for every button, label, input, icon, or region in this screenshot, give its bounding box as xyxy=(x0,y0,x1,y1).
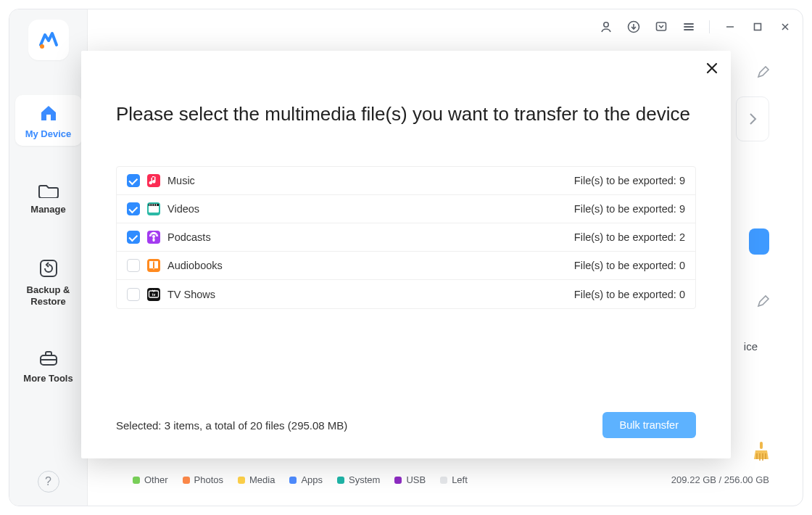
svg-point-0 xyxy=(40,44,44,49)
book-icon xyxy=(147,259,160,272)
legend-label: Media xyxy=(249,474,275,485)
sidebar-item-my-device[interactable]: My Device xyxy=(15,95,82,146)
backup-icon xyxy=(38,258,59,279)
checkbox[interactable] xyxy=(127,202,140,215)
svg-rect-9 xyxy=(755,24,761,30)
feedback-icon[interactable] xyxy=(651,17,671,37)
svg-rect-22 xyxy=(147,259,160,272)
cleanup-button[interactable] xyxy=(752,440,771,462)
legend-item: Media xyxy=(238,474,275,485)
legend-label: Photos xyxy=(194,474,223,485)
legend-item: System xyxy=(337,474,380,485)
svg-rect-18 xyxy=(156,205,157,206)
video-icon xyxy=(147,202,160,215)
selection-summary: Selected: 3 items, a total of 20 files (… xyxy=(116,419,347,432)
storage-capacity: 209.22 GB / 256.00 GB xyxy=(671,474,769,485)
legend-item: Other xyxy=(133,474,168,485)
podcast-icon xyxy=(147,231,160,244)
music-icon xyxy=(147,174,160,187)
checkbox[interactable] xyxy=(127,231,140,244)
sidebar-item-label: Manage xyxy=(30,204,65,215)
export-count: File(s) to be exported: 9 xyxy=(574,203,685,215)
legend-label: System xyxy=(349,474,380,485)
media-row-videos: VideosFile(s) to be exported: 9 xyxy=(117,195,695,223)
edit-icon[interactable] xyxy=(756,65,771,79)
chevron-right-icon xyxy=(748,112,757,125)
sidebar-item-more-tools[interactable]: More Tools xyxy=(15,341,82,390)
export-count: File(s) to be exported: 9 xyxy=(574,175,685,186)
tv-icon: tv xyxy=(147,288,160,301)
legend-swatch xyxy=(440,477,447,484)
svg-rect-13 xyxy=(149,205,159,213)
legend-label: Apps xyxy=(301,474,323,485)
close-window-button[interactable] xyxy=(775,17,795,37)
legend-swatch xyxy=(133,477,140,484)
media-row-audiobooks: AudiobooksFile(s) to be exported: 0 xyxy=(117,252,695,280)
help-button[interactable]: ? xyxy=(9,471,87,493)
svg-text:tv: tv xyxy=(152,292,156,296)
media-name: Podcasts xyxy=(167,231,574,243)
legend-swatch xyxy=(394,477,402,484)
legend-label: USB xyxy=(406,474,426,485)
svg-rect-15 xyxy=(149,205,151,206)
storage-footer: OtherPhotosMediaAppsSystemUSBLeft 209.22… xyxy=(133,474,769,485)
app-logo xyxy=(28,20,69,60)
modal-footer: Selected: 3 items, a total of 20 files (… xyxy=(116,412,696,438)
export-count: File(s) to be exported: 0 xyxy=(574,289,685,300)
export-count: File(s) to be exported: 0 xyxy=(574,260,685,271)
media-name: Videos xyxy=(167,203,574,215)
maximize-button[interactable] xyxy=(747,17,768,37)
menu-icon[interactable] xyxy=(679,17,699,37)
sidebar-item-backup-restore[interactable]: Backup & Restore xyxy=(15,250,82,314)
sidebar-item-label: Backup & Restore xyxy=(15,284,82,308)
toolbox-icon xyxy=(38,350,59,367)
media-row-podcasts: PodcastsFile(s) to be exported: 2 xyxy=(117,223,695,252)
legend-swatch xyxy=(289,477,297,484)
legend-label: Left xyxy=(452,474,468,485)
close-icon xyxy=(705,62,718,75)
help-icon: ? xyxy=(38,471,59,493)
svg-rect-1 xyxy=(46,115,51,120)
export-count: File(s) to be exported: 2 xyxy=(574,231,685,243)
media-name: TV Shows xyxy=(167,289,574,300)
legend-swatch xyxy=(238,477,245,484)
legend-item: Photos xyxy=(183,474,223,485)
modal-title: Please select the multimedia file(s) you… xyxy=(81,51,731,125)
background-text-fragment: ice xyxy=(744,340,758,353)
sidebar-item-manage[interactable]: Manage xyxy=(15,173,82,221)
sidebar: My Device Manage Backup & Restore xyxy=(9,9,88,506)
checkbox[interactable] xyxy=(127,288,140,301)
brush-icon xyxy=(752,440,771,462)
svg-rect-21 xyxy=(153,238,155,242)
sidebar-item-label: My Device xyxy=(25,128,72,140)
media-name: Music xyxy=(167,175,574,186)
svg-rect-10 xyxy=(760,442,763,449)
device-card-next[interactable] xyxy=(736,96,769,141)
storage-legend: OtherPhotosMediaAppsSystemUSBLeft xyxy=(133,474,468,485)
svg-point-5 xyxy=(604,22,608,27)
legend-item: USB xyxy=(394,474,426,485)
legend-label: Other xyxy=(144,474,168,485)
topbar xyxy=(88,9,803,44)
logo-icon xyxy=(38,29,59,51)
bulk-transfer-button[interactable]: Bulk transfer xyxy=(602,412,696,438)
legend-swatch xyxy=(183,477,190,484)
media-row-tv-shows: tvTV ShowsFile(s) to be exported: 0 xyxy=(117,280,695,308)
checkbox[interactable] xyxy=(127,174,140,187)
media-type-list: MusicFile(s) to be exported: 9VideosFile… xyxy=(116,166,696,309)
folder-icon xyxy=(38,182,59,198)
topbar-divider xyxy=(709,20,710,33)
legend-swatch xyxy=(337,477,344,484)
background-action-button[interactable] xyxy=(749,228,769,255)
sidebar-item-label: More Tools xyxy=(23,373,72,384)
svg-rect-16 xyxy=(152,205,153,206)
close-button[interactable] xyxy=(703,59,721,77)
checkbox[interactable] xyxy=(127,259,140,272)
media-name: Audiobooks xyxy=(167,260,574,271)
account-icon[interactable] xyxy=(596,17,616,37)
edit-icon[interactable] xyxy=(756,294,771,308)
svg-rect-17 xyxy=(154,205,155,206)
download-icon[interactable] xyxy=(624,17,644,37)
minimize-button[interactable] xyxy=(720,17,740,37)
svg-point-20 xyxy=(152,235,155,238)
